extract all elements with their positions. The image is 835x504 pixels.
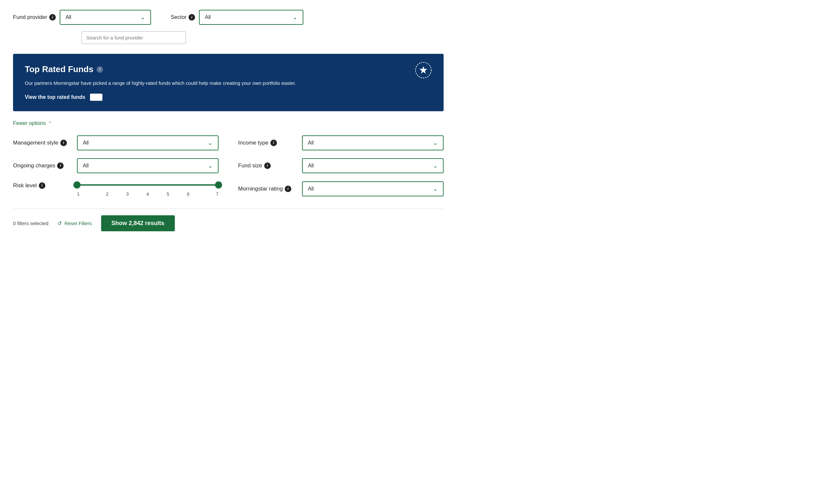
income-type-text: Income type (238, 140, 268, 146)
income-type-filter: Income type i All ⌄ (238, 135, 444, 150)
sector-value: All (205, 14, 211, 20)
ongoing-charges-filter: Ongoing charges i All ⌄ (13, 158, 219, 173)
ongoing-charges-text: Ongoing charges (13, 162, 55, 169)
risk-slider-thumb-right[interactable] (215, 181, 222, 188)
risk-label-5: 5 (158, 191, 178, 197)
ongoing-charges-chevron-icon: ⌄ (208, 162, 213, 169)
sector-dropdown[interactable]: All ⌄ (199, 10, 303, 25)
management-style-value: All (83, 140, 89, 146)
banner-info-icon[interactable]: i (97, 66, 103, 73)
risk-label-2: 2 (97, 191, 117, 197)
management-style-filter: Management style i All ⌄ (13, 135, 219, 150)
risk-label-7: 7 (198, 191, 219, 197)
risk-label-1: 1 (77, 191, 97, 197)
risk-level-text: Risk level (13, 182, 37, 189)
morningstar-rating-chevron-icon: ⌄ (433, 185, 438, 193)
fund-size-chevron-icon: ⌄ (433, 162, 438, 169)
fund-provider-label: Fund provider i (13, 14, 56, 21)
fund-size-filter: Fund size i All ⌄ (238, 158, 444, 173)
search-row (13, 31, 444, 44)
fund-provider-search-wrapper (82, 31, 186, 44)
show-results-button[interactable]: Show 2,842 results (101, 215, 175, 231)
morningstar-rating-label: Morningstar rating i (238, 186, 297, 192)
top-filter-row: Fund provider i All ⌄ Sector i All ⌄ (13, 10, 444, 25)
morningstar-rating-value: All (308, 186, 314, 192)
reset-filters-label: Reset Filters (64, 221, 91, 226)
management-style-text: Management style (13, 140, 58, 146)
banner-title: Top Rated Funds i (25, 64, 432, 74)
svg-marker-1 (420, 66, 427, 74)
fund-size-label: Fund size i (238, 162, 297, 169)
management-style-dropdown[interactable]: All ⌄ (77, 135, 219, 150)
risk-slider-wrapper: 1 2 3 4 5 6 7 (77, 181, 219, 197)
morningstar-rating-info-icon[interactable]: i (285, 186, 291, 192)
banner-description: Our partners Morningstar have picked a r… (25, 80, 432, 87)
income-type-dropdown[interactable]: All ⌄ (302, 135, 444, 150)
filters-count: 0 filters selected (13, 221, 48, 226)
risk-slider-thumb-left[interactable] (74, 181, 81, 188)
risk-slider-track-container (77, 181, 219, 189)
fund-provider-dropdown[interactable]: All ⌄ (60, 10, 151, 25)
banner-title-text: Top Rated Funds (25, 64, 93, 74)
reset-filters-button[interactable]: ↺ Reset Filters (57, 220, 91, 226)
ongoing-charges-dropdown[interactable]: All ⌄ (77, 158, 219, 173)
risk-slider-track (77, 184, 219, 186)
fund-size-info-icon[interactable]: i (264, 162, 271, 169)
income-type-label: Income type i (238, 140, 297, 146)
ongoing-charges-label: Ongoing charges i (13, 162, 72, 169)
risk-slider-labels: 1 2 3 4 5 6 7 (77, 191, 219, 197)
income-type-value: All (308, 140, 314, 146)
fund-provider-text: Fund provider (13, 14, 47, 21)
view-top-rated-link[interactable]: View the top rated funds (25, 94, 85, 100)
risk-level-info-icon[interactable]: i (39, 182, 45, 189)
risk-label-6: 6 (178, 191, 198, 197)
fund-provider-chevron-icon: ⌄ (140, 14, 145, 21)
sector-chevron-icon: ⌄ (292, 14, 298, 21)
management-style-chevron-icon: ⌄ (208, 139, 213, 146)
fewer-options-label: Fewer options (13, 120, 46, 126)
risk-label-3: 3 (117, 191, 138, 197)
morningstar-rating-dropdown[interactable]: All ⌄ (302, 181, 444, 196)
top-rated-badge (415, 62, 432, 79)
sector-info-icon[interactable]: i (188, 14, 195, 21)
fund-provider-group: Fund provider i All ⌄ (13, 10, 151, 25)
fund-size-dropdown[interactable]: All ⌄ (302, 158, 444, 173)
fund-provider-info-icon[interactable]: i (49, 14, 56, 21)
fewer-options-chevron-icon: ⌃ (48, 121, 52, 126)
ongoing-charges-value: All (83, 163, 89, 169)
fund-size-text: Fund size (238, 162, 262, 169)
ongoing-charges-info-icon[interactable]: i (57, 162, 64, 169)
fund-size-value: All (308, 163, 314, 169)
reset-icon: ↺ (57, 220, 62, 226)
fewer-options-toggle[interactable]: Fewer options ⌃ (13, 120, 444, 126)
fund-provider-value: All (65, 14, 72, 20)
morningstar-rating-text: Morningstar rating (238, 186, 283, 192)
fund-provider-search-input[interactable] (82, 31, 186, 44)
morningstar-rating-filter: Morningstar rating i All ⌄ (238, 181, 444, 197)
banner-toggle[interactable] (90, 94, 102, 101)
sector-group: Sector i All ⌄ (170, 10, 303, 25)
banner-link-row: View the top rated funds (25, 94, 432, 101)
risk-level-filter: Risk level i 1 2 3 4 5 6 7 (13, 181, 219, 197)
sector-text: Sector (170, 14, 187, 21)
advanced-filters-grid: Management style i All ⌄ Income type i A… (13, 135, 444, 197)
management-style-label: Management style i (13, 140, 72, 146)
top-rated-funds-banner: Top Rated Funds i Our partners Morningst… (13, 54, 444, 111)
risk-level-label: Risk level i (13, 181, 72, 189)
risk-label-4: 4 (138, 191, 158, 197)
income-type-info-icon[interactable]: i (270, 140, 277, 146)
management-style-info-icon[interactable]: i (60, 140, 67, 146)
sector-label: Sector i (170, 14, 195, 21)
income-type-chevron-icon: ⌄ (433, 139, 438, 146)
bottom-bar: 0 filters selected ↺ Reset Filters Show … (13, 208, 444, 231)
